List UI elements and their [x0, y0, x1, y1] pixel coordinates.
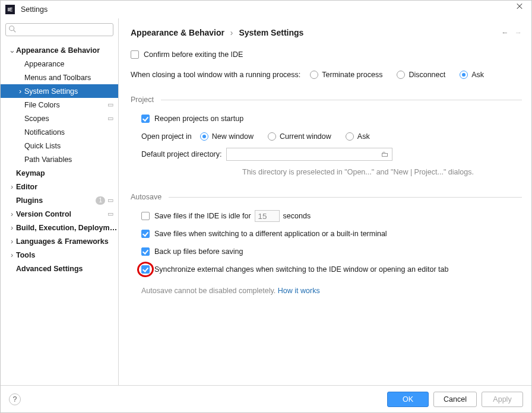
divider [169, 197, 522, 198]
label-disconnect: Disconnect [408, 71, 445, 79]
label-ask: Ask [471, 71, 484, 79]
breadcrumb: Appearance & Behavior › System Settings [131, 28, 501, 37]
idle-seconds-input[interactable] [255, 210, 280, 222]
label-reopen: Reopen projects on startup [154, 115, 243, 123]
how-it-works-link[interactable]: How it works [278, 287, 320, 295]
svg-point-0 [10, 26, 14, 31]
open-in-label: Open project in [141, 132, 192, 141]
label-current-window: Current window [280, 132, 331, 141]
chevron-down-icon: ⌄ [8, 46, 16, 55]
label-idle-post: seconds [283, 212, 311, 220]
plugins-badge: 1 [96, 196, 105, 205]
tree-file-colors[interactable]: File Colors▭ [1, 98, 118, 112]
chevron-right-icon: › [8, 237, 16, 246]
label-open-ask: Ask [357, 132, 370, 141]
project-config-icon: ▭ [107, 115, 113, 122]
divider [161, 100, 522, 100]
tree-editor[interactable]: ›Editor [1, 180, 118, 193]
close-button[interactable] [512, 2, 527, 17]
breadcrumb-current: System Settings [239, 28, 303, 37]
chevron-right-icon: › [230, 28, 233, 37]
project-config-icon: ▭ [107, 196, 113, 204]
search-icon [8, 25, 17, 35]
default-dir-input[interactable]: 🗀 [226, 148, 392, 161]
label-switch-save: Save files when switching to a different… [154, 230, 387, 238]
help-button[interactable]: ? [9, 393, 21, 405]
chevron-right-icon: › [8, 224, 16, 232]
radio-new-window[interactable] [200, 132, 208, 141]
tree-scopes[interactable]: Scopes▭ [1, 112, 118, 125]
closing-label: When closing a tool window with a runnin… [131, 71, 300, 79]
tree-keymap[interactable]: Keymap [1, 166, 118, 180]
tree-notifications[interactable]: Notifications [1, 125, 118, 139]
checkbox-reopen[interactable] [141, 115, 150, 123]
label-confirm-exit: Confirm before exiting the IDE [144, 50, 243, 59]
tree-path-variables[interactable]: Path Variables [1, 153, 118, 166]
checkbox-sync[interactable] [141, 265, 150, 274]
tree-tools[interactable]: ›Tools [1, 248, 118, 262]
radio-open-ask[interactable] [346, 132, 354, 141]
chevron-right-icon: › [8, 210, 16, 218]
radio-disconnect[interactable] [397, 71, 405, 79]
project-heading: Project [131, 96, 154, 104]
breadcrumb-parent[interactable]: Appearance & Behavior [131, 28, 224, 37]
folder-icon[interactable]: 🗀 [378, 150, 392, 158]
tree-advanced[interactable]: Advanced Settings [1, 262, 118, 275]
tree-menus-toolbars[interactable]: Menus and Toolbars [1, 71, 118, 84]
radio-current-window[interactable] [268, 132, 276, 141]
tree-appearance-behavior[interactable]: ⌄Appearance & Behavior [1, 43, 118, 57]
tree-version-control[interactable]: ›Version Control▭ [1, 207, 118, 221]
label-idle-pre: Save files if the IDE is idle for [154, 212, 251, 220]
checkbox-confirm-exit[interactable] [131, 50, 139, 59]
chevron-right-icon: › [8, 183, 16, 191]
label-new-window: New window [212, 132, 254, 141]
window-title: Settings [21, 5, 512, 14]
search-input[interactable] [5, 23, 113, 36]
nav-forward[interactable]: → [515, 28, 522, 37]
tree-system-settings[interactable]: ›System Settings [1, 84, 118, 98]
cancel-button[interactable]: Cancel [433, 392, 477, 407]
nav-back[interactable]: ← [501, 28, 509, 37]
checkbox-idle-save[interactable] [141, 212, 150, 220]
settings-tree: ⌄Appearance & Behavior Appearance Menus … [1, 41, 118, 385]
chevron-right-icon: › [8, 251, 16, 259]
ok-button[interactable]: OK [387, 392, 429, 407]
label-sync: Synchronize external changes when switch… [154, 265, 448, 274]
radio-terminate[interactable] [310, 71, 318, 79]
svg-line-1 [14, 30, 16, 33]
tree-appearance[interactable]: Appearance [1, 57, 118, 71]
label-terminate: Terminate process [322, 71, 382, 79]
label-backup: Back up files before saving [154, 247, 243, 256]
project-config-icon: ▭ [107, 101, 113, 109]
tree-build[interactable]: ›Build, Execution, Deployment [1, 221, 118, 234]
tree-quick-lists[interactable]: Quick Lists [1, 139, 118, 153]
checkbox-switch-save[interactable] [141, 230, 150, 238]
app-icon: IE [5, 5, 15, 14]
apply-button[interactable]: Apply [482, 392, 523, 407]
default-dir-hint: This directory is preselected in "Open..… [242, 168, 474, 176]
autosave-note: Autosave cannot be disabled completely. [141, 287, 276, 295]
tree-lang-fw[interactable]: ›Languages & Frameworks [1, 234, 118, 248]
checkbox-backup[interactable] [141, 247, 150, 256]
tree-plugins[interactable]: Plugins1▭ [1, 193, 118, 207]
chevron-right-icon: › [16, 87, 24, 96]
autosave-heading: Autosave [131, 193, 162, 201]
radio-ask[interactable] [460, 71, 468, 79]
default-dir-label: Default project directory: [141, 150, 221, 158]
close-icon [516, 6, 523, 13]
project-config-icon: ▭ [107, 210, 113, 218]
